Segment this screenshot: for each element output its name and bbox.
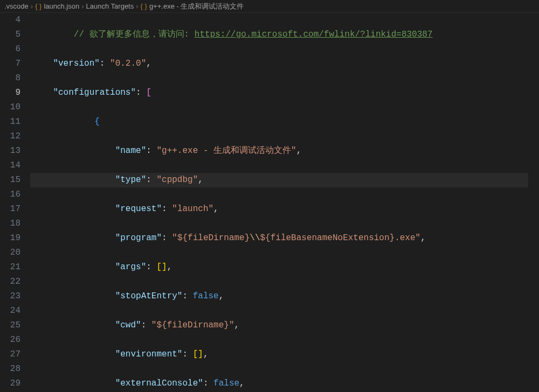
- chevron-right-icon: ›: [81, 2, 84, 10]
- breadcrumb-target[interactable]: { }g++.exe - 生成和调试活动文件: [141, 2, 244, 11]
- code-content[interactable]: // 欲了解更多信息，请访问: https://go.microsoft.com…: [30, 13, 528, 392]
- breadcrumb-file[interactable]: { }launch.json: [35, 2, 79, 10]
- line-number-gutter: 4 5 6 7 8 9 10 11 12 13 14 15 16 17 18 1…: [0, 13, 30, 392]
- chevron-right-icon: ›: [31, 2, 33, 10]
- breadcrumb[interactable]: .vscode › { }launch.json › Launch Target…: [0, 0, 539, 13]
- minimap[interactable]: [528, 13, 539, 392]
- breadcrumb-folder[interactable]: .vscode: [4, 2, 29, 10]
- braces-icon: { }: [141, 2, 147, 10]
- comment-link[interactable]: https://go.microsoft.com/fwlink/?linkid=…: [195, 30, 433, 39]
- chevron-right-icon: ›: [136, 2, 138, 10]
- code-editor[interactable]: 4 5 6 7 8 9 10 11 12 13 14 15 16 17 18 1…: [0, 13, 539, 392]
- braces-icon: { }: [35, 2, 42, 10]
- breadcrumb-section[interactable]: Launch Targets: [86, 2, 134, 10]
- comment-text: // 欲了解更多信息，请访问:: [74, 30, 195, 39]
